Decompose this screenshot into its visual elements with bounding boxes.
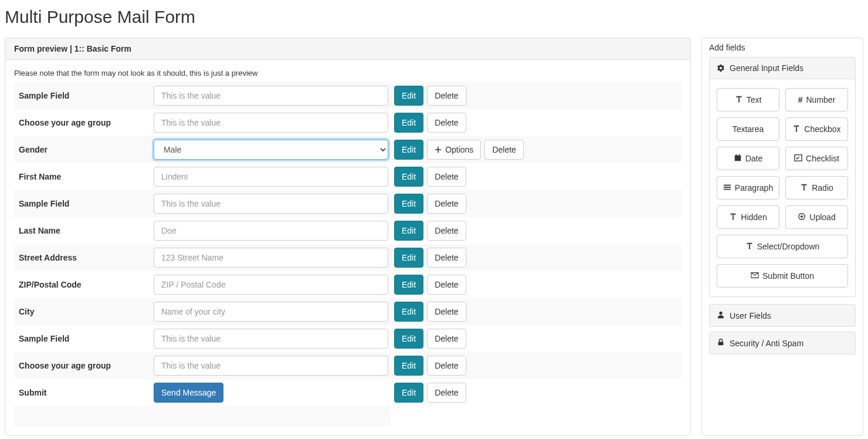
field-input[interactable] xyxy=(154,248,388,268)
field-input[interactable] xyxy=(154,329,388,349)
delete-button[interactable]: Delete xyxy=(427,275,466,295)
svg-rect-3 xyxy=(724,188,731,190)
field-label: Submit xyxy=(19,388,154,397)
field-type-label: Number xyxy=(806,95,836,104)
edit-button[interactable]: Edit xyxy=(394,140,423,160)
field-type-hidden[interactable]: Hidden xyxy=(717,205,779,229)
field-type-textarea[interactable]: Textarea xyxy=(717,117,779,141)
field-type-label: Submit Button xyxy=(762,271,814,281)
collapsed-section-label: User Fields xyxy=(730,311,771,320)
field-input[interactable] xyxy=(154,167,388,187)
field-label: Gender xyxy=(19,145,154,154)
form-preview-panel: Form preview | 1:: Basic Form Please not… xyxy=(5,38,691,435)
paragraph-icon xyxy=(723,183,731,193)
field-type-label: Hidden xyxy=(741,212,767,222)
field-row: First NameEditDelete xyxy=(14,163,681,190)
svg-point-5 xyxy=(719,312,722,315)
edit-button[interactable]: Edit xyxy=(394,302,423,322)
delete-button[interactable]: Delete xyxy=(427,113,466,133)
delete-button[interactable]: Delete xyxy=(427,302,466,322)
field-type-submit-button[interactable]: Submit Button xyxy=(717,264,848,288)
field-input[interactable] xyxy=(154,302,388,322)
edit-button[interactable]: Edit xyxy=(394,194,423,214)
edit-button[interactable]: Edit xyxy=(394,221,423,241)
add-fields-panel: Add fields General Input Fields Text#Num… xyxy=(701,38,863,435)
collapsed-section-user-fields[interactable]: User Fields xyxy=(709,304,856,327)
edit-button[interactable]: Edit xyxy=(394,356,423,376)
gear-icon xyxy=(717,64,725,72)
delete-button[interactable]: Delete xyxy=(427,221,466,241)
options-button[interactable]: Options xyxy=(427,140,481,160)
delete-button[interactable]: Delete xyxy=(427,167,466,187)
delete-button[interactable]: Delete xyxy=(427,329,466,349)
field-type-label: Upload xyxy=(809,212,835,222)
delete-button[interactable]: Delete xyxy=(427,356,466,376)
field-type-label: Radio xyxy=(812,183,833,193)
svg-rect-1 xyxy=(724,184,731,185)
delete-button[interactable]: Delete xyxy=(427,383,466,403)
field-type-label: Text xyxy=(747,95,762,104)
edit-button[interactable]: Edit xyxy=(394,383,423,403)
edit-button[interactable]: Edit xyxy=(394,86,423,106)
edit-button[interactable]: Edit xyxy=(394,329,423,349)
text-icon xyxy=(745,242,754,252)
field-type-upload[interactable]: Upload xyxy=(785,205,848,229)
collapsed-section-security-anti-spam[interactable]: Security / Anti Spam xyxy=(709,332,856,354)
text-icon xyxy=(729,212,737,222)
field-type-checklist[interactable]: Checklist xyxy=(785,147,848,170)
field-type-paragraph[interactable]: Paragraph xyxy=(717,176,779,200)
field-label: Sample Field xyxy=(19,334,154,343)
svg-rect-6 xyxy=(718,342,724,345)
field-row: CityEditDelete xyxy=(14,298,681,325)
delete-button[interactable]: Delete xyxy=(427,248,466,268)
field-row: Sample FieldEditDelete xyxy=(14,82,681,109)
delete-button[interactable]: Delete xyxy=(427,194,466,214)
edit-button[interactable]: Edit xyxy=(394,167,423,187)
field-label: Choose your age group xyxy=(19,361,154,370)
field-row: Last NameEditDelete xyxy=(14,217,681,244)
field-type-date[interactable]: Date xyxy=(717,147,779,170)
field-label: Last Name xyxy=(19,226,154,235)
field-label: ZIP/Postal Code xyxy=(19,280,154,289)
user-icon xyxy=(717,310,725,320)
edit-button[interactable]: Edit xyxy=(394,248,423,268)
field-row: GenderMaleEdit OptionsDelete xyxy=(14,136,681,163)
delete-button[interactable]: Delete xyxy=(484,140,523,160)
field-type-select-dropdown[interactable]: Select/Dropdown xyxy=(717,235,848,258)
field-type-label: Checklist xyxy=(806,154,839,163)
calendar-icon xyxy=(734,154,742,164)
field-type-label: Textarea xyxy=(733,124,764,134)
field-row: SubmitSend MessageEditDelete xyxy=(14,379,681,406)
field-row: Sample FieldEditDelete xyxy=(14,325,681,352)
text-icon xyxy=(792,124,801,134)
field-type-label: Paragraph xyxy=(735,183,773,193)
list-check-icon xyxy=(794,154,802,164)
edit-button[interactable]: Edit xyxy=(394,113,423,133)
field-type-label: Select/Dropdown xyxy=(757,242,820,251)
general-input-fields-heading[interactable]: General Input Fields xyxy=(710,58,855,79)
collapsed-section-label: Security / Anti Spam xyxy=(730,339,803,348)
field-input[interactable] xyxy=(154,113,388,133)
field-type-label: Date xyxy=(745,154,763,163)
edit-button[interactable]: Edit xyxy=(394,275,423,295)
field-input[interactable] xyxy=(154,86,388,106)
field-input[interactable] xyxy=(154,356,388,376)
field-type-text[interactable]: Text xyxy=(717,88,779,112)
field-label: First Name xyxy=(19,172,154,181)
field-input[interactable] xyxy=(154,221,388,241)
field-type-checkbox[interactable]: Checkbox xyxy=(785,117,848,141)
hash-icon: # xyxy=(798,95,803,104)
field-type-radio[interactable]: Radio xyxy=(785,176,848,200)
submit-preview-button[interactable]: Send Message xyxy=(154,383,223,403)
field-type-number[interactable]: #Number xyxy=(785,88,848,112)
field-label: Street Address xyxy=(19,253,154,262)
delete-button[interactable]: Delete xyxy=(427,86,466,106)
field-input[interactable] xyxy=(154,194,388,214)
field-label: Sample Field xyxy=(19,91,154,100)
field-label: Sample Field xyxy=(19,199,154,208)
field-input[interactable] xyxy=(154,275,388,295)
add-fields-heading: Add fields xyxy=(702,38,863,57)
field-select[interactable]: Male xyxy=(154,140,388,160)
field-row: Choose your age groupEditDelete xyxy=(14,352,681,379)
envelope-icon xyxy=(751,271,759,281)
